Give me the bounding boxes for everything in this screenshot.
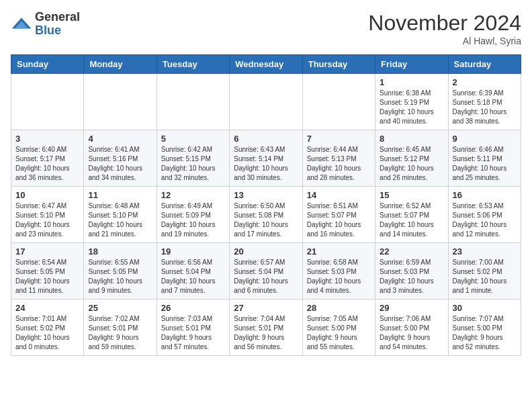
logo: General Blue <box>11 11 80 38</box>
day-info: Sunrise: 7:00 AM Sunset: 5:02 PM Dayligh… <box>453 258 517 295</box>
day-info: Sunrise: 6:40 AM Sunset: 5:17 PM Dayligh… <box>15 145 79 183</box>
day-cell: 3Sunrise: 6:40 AM Sunset: 5:17 PM Daylig… <box>11 130 84 187</box>
day-number: 29 <box>380 303 443 313</box>
day-number: 30 <box>453 303 517 313</box>
day-info: Sunrise: 6:57 AM Sunset: 5:04 PM Dayligh… <box>234 258 298 295</box>
day-number: 19 <box>161 246 225 257</box>
day-info: Sunrise: 6:46 AM Sunset: 5:11 PM Dayligh… <box>453 145 517 183</box>
day-cell <box>11 74 84 130</box>
day-info: Sunrise: 6:53 AM Sunset: 5:06 PM Dayligh… <box>453 201 517 239</box>
day-cell: 22Sunrise: 6:59 AM Sunset: 5:03 PM Dayli… <box>375 243 448 300</box>
weekday-header-friday: Friday <box>375 55 448 74</box>
day-cell: 4Sunrise: 6:41 AM Sunset: 5:16 PM Daylig… <box>84 130 157 187</box>
day-number: 20 <box>234 246 298 257</box>
day-cell: 28Sunrise: 7:05 AM Sunset: 5:00 PM Dayli… <box>302 300 375 356</box>
weekday-header-tuesday: Tuesday <box>157 55 229 74</box>
day-cell: 7Sunrise: 6:44 AM Sunset: 5:13 PM Daylig… <box>302 130 375 187</box>
day-info: Sunrise: 6:56 AM Sunset: 5:04 PM Dayligh… <box>161 258 225 295</box>
day-info: Sunrise: 6:39 AM Sunset: 5:18 PM Dayligh… <box>453 89 517 126</box>
week-row-1: 1Sunrise: 6:38 AM Sunset: 5:19 PM Daylig… <box>11 74 521 130</box>
day-number: 1 <box>380 77 443 87</box>
day-info: Sunrise: 6:54 AM Sunset: 5:05 PM Dayligh… <box>15 258 79 295</box>
day-info: Sunrise: 6:38 AM Sunset: 5:19 PM Dayligh… <box>380 89 443 126</box>
day-info: Sunrise: 6:43 AM Sunset: 5:14 PM Dayligh… <box>234 145 298 183</box>
day-info: Sunrise: 6:45 AM Sunset: 5:12 PM Dayligh… <box>380 145 443 183</box>
month-title: November 2024 <box>368 11 521 36</box>
day-cell <box>302 74 375 130</box>
day-number: 18 <box>88 246 152 257</box>
location: Al Hawl, Syria <box>368 36 521 46</box>
day-number: 2 <box>453 77 517 87</box>
logo-icon <box>11 13 32 35</box>
day-cell: 17Sunrise: 6:54 AM Sunset: 5:05 PM Dayli… <box>11 243 84 300</box>
day-cell: 9Sunrise: 6:46 AM Sunset: 5:11 PM Daylig… <box>448 130 521 187</box>
day-cell: 8Sunrise: 6:45 AM Sunset: 5:12 PM Daylig… <box>375 130 448 187</box>
day-number: 11 <box>88 190 152 200</box>
day-number: 8 <box>380 134 443 144</box>
day-info: Sunrise: 7:06 AM Sunset: 5:00 PM Dayligh… <box>380 314 443 352</box>
weekday-header-row: SundayMondayTuesdayWednesdayThursdayFrid… <box>11 55 521 74</box>
day-cell: 2Sunrise: 6:39 AM Sunset: 5:18 PM Daylig… <box>448 74 521 130</box>
day-cell: 19Sunrise: 6:56 AM Sunset: 5:04 PM Dayli… <box>157 243 229 300</box>
day-info: Sunrise: 6:52 AM Sunset: 5:07 PM Dayligh… <box>380 201 443 239</box>
day-number: 25 <box>88 303 152 313</box>
day-number: 17 <box>15 246 79 257</box>
day-info: Sunrise: 6:42 AM Sunset: 5:15 PM Dayligh… <box>161 145 225 183</box>
calendar-table: SundayMondayTuesdayWednesdayThursdayFrid… <box>11 54 521 356</box>
day-cell: 14Sunrise: 6:51 AM Sunset: 5:07 PM Dayli… <box>302 187 375 243</box>
page-header: General Blue November 2024 Al Hawl, Syri… <box>11 11 521 46</box>
weekday-header-saturday: Saturday <box>448 55 521 74</box>
day-number: 15 <box>380 190 443 200</box>
day-cell: 25Sunrise: 7:02 AM Sunset: 5:01 PM Dayli… <box>84 300 157 356</box>
day-info: Sunrise: 6:48 AM Sunset: 5:10 PM Dayligh… <box>88 201 152 239</box>
logo-general: General <box>35 10 80 24</box>
day-info: Sunrise: 7:01 AM Sunset: 5:02 PM Dayligh… <box>15 314 79 352</box>
day-info: Sunrise: 7:05 AM Sunset: 5:00 PM Dayligh… <box>307 314 371 352</box>
day-number: 6 <box>234 134 298 144</box>
day-cell: 6Sunrise: 6:43 AM Sunset: 5:14 PM Daylig… <box>230 130 302 187</box>
weekday-header-sunday: Sunday <box>11 55 84 74</box>
day-cell <box>230 74 302 130</box>
day-cell: 29Sunrise: 7:06 AM Sunset: 5:00 PM Dayli… <box>375 300 448 356</box>
day-cell: 20Sunrise: 6:57 AM Sunset: 5:04 PM Dayli… <box>230 243 302 300</box>
weekday-header-wednesday: Wednesday <box>230 55 302 74</box>
day-cell: 30Sunrise: 7:07 AM Sunset: 5:00 PM Dayli… <box>448 300 521 356</box>
day-info: Sunrise: 6:50 AM Sunset: 5:08 PM Dayligh… <box>234 201 298 239</box>
logo-blue: Blue <box>35 24 61 37</box>
day-info: Sunrise: 6:41 AM Sunset: 5:16 PM Dayligh… <box>88 145 152 183</box>
day-cell: 27Sunrise: 7:04 AM Sunset: 5:01 PM Dayli… <box>230 300 302 356</box>
day-cell: 16Sunrise: 6:53 AM Sunset: 5:06 PM Dayli… <box>448 187 521 243</box>
day-cell: 12Sunrise: 6:49 AM Sunset: 5:09 PM Dayli… <box>157 187 229 243</box>
day-info: Sunrise: 6:51 AM Sunset: 5:07 PM Dayligh… <box>307 201 371 239</box>
day-cell <box>84 74 157 130</box>
logo-text: General Blue <box>35 11 80 38</box>
day-cell: 11Sunrise: 6:48 AM Sunset: 5:10 PM Dayli… <box>84 187 157 243</box>
title-block: November 2024 Al Hawl, Syria <box>368 11 521 46</box>
day-cell: 10Sunrise: 6:47 AM Sunset: 5:10 PM Dayli… <box>11 187 84 243</box>
day-number: 3 <box>15 134 79 144</box>
day-info: Sunrise: 6:44 AM Sunset: 5:13 PM Dayligh… <box>307 145 371 183</box>
day-info: Sunrise: 6:58 AM Sunset: 5:03 PM Dayligh… <box>307 258 371 295</box>
day-cell: 23Sunrise: 7:00 AM Sunset: 5:02 PM Dayli… <box>448 243 521 300</box>
day-number: 21 <box>307 246 371 257</box>
day-info: Sunrise: 6:49 AM Sunset: 5:09 PM Dayligh… <box>161 201 225 239</box>
day-number: 7 <box>307 134 371 144</box>
day-number: 9 <box>453 134 517 144</box>
day-number: 4 <box>88 134 152 144</box>
day-cell: 18Sunrise: 6:55 AM Sunset: 5:05 PM Dayli… <box>84 243 157 300</box>
weekday-header-thursday: Thursday <box>302 55 375 74</box>
day-cell <box>157 74 229 130</box>
day-number: 13 <box>234 190 298 200</box>
day-number: 12 <box>161 190 225 200</box>
day-number: 14 <box>307 190 371 200</box>
day-info: Sunrise: 7:02 AM Sunset: 5:01 PM Dayligh… <box>88 314 152 352</box>
weekday-header-monday: Monday <box>84 55 157 74</box>
week-row-2: 3Sunrise: 6:40 AM Sunset: 5:17 PM Daylig… <box>11 130 521 187</box>
day-cell: 15Sunrise: 6:52 AM Sunset: 5:07 PM Dayli… <box>375 187 448 243</box>
day-info: Sunrise: 6:47 AM Sunset: 5:10 PM Dayligh… <box>15 201 79 239</box>
day-info: Sunrise: 7:07 AM Sunset: 5:00 PM Dayligh… <box>453 314 517 352</box>
day-cell: 1Sunrise: 6:38 AM Sunset: 5:19 PM Daylig… <box>375 74 448 130</box>
day-info: Sunrise: 7:04 AM Sunset: 5:01 PM Dayligh… <box>234 314 298 352</box>
day-cell: 13Sunrise: 6:50 AM Sunset: 5:08 PM Dayli… <box>230 187 302 243</box>
week-row-5: 24Sunrise: 7:01 AM Sunset: 5:02 PM Dayli… <box>11 300 521 356</box>
